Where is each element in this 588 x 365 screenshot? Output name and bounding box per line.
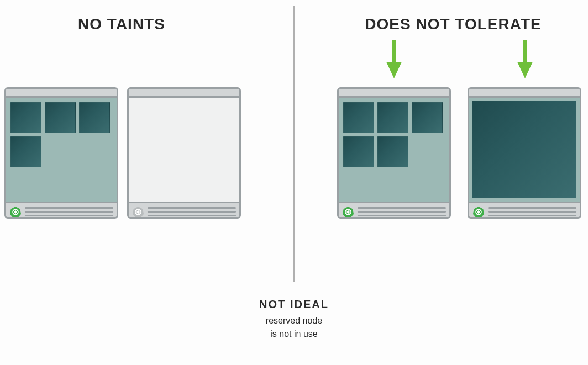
pod (343, 102, 374, 133)
title-right: DOES NOT TOLERATE (332, 15, 575, 33)
pod (412, 102, 443, 133)
pod (79, 102, 110, 133)
pod-grid (11, 102, 110, 167)
kubernetes-wheel-icon (342, 206, 354, 218)
pod-large (473, 101, 576, 198)
kubernetes-wheel-icon (473, 206, 485, 218)
down-arrow-icon (514, 40, 536, 78)
pod-grid (343, 102, 443, 167)
down-arrow-icon (383, 40, 405, 78)
pod (343, 136, 374, 167)
kubernetes-wheel-icon (9, 206, 22, 218)
node-card (4, 87, 118, 219)
caption-heading: NOT IDEAL (0, 298, 588, 311)
caption: NOT IDEAL reserved node is not in use (0, 298, 588, 341)
divider (293, 6, 295, 282)
pod (377, 102, 408, 133)
title-left: NO TAINTS (0, 15, 243, 33)
caption-line: is not in use (0, 327, 588, 341)
node-card (337, 87, 451, 219)
node-card-empty: x (127, 87, 241, 219)
pod (11, 102, 41, 133)
kubernetes-wheel-icon (132, 206, 144, 218)
node-card: x (468, 87, 581, 219)
pod (11, 136, 41, 167)
pod (377, 136, 408, 167)
pod (45, 102, 76, 133)
caption-line: reserved node (0, 314, 588, 327)
